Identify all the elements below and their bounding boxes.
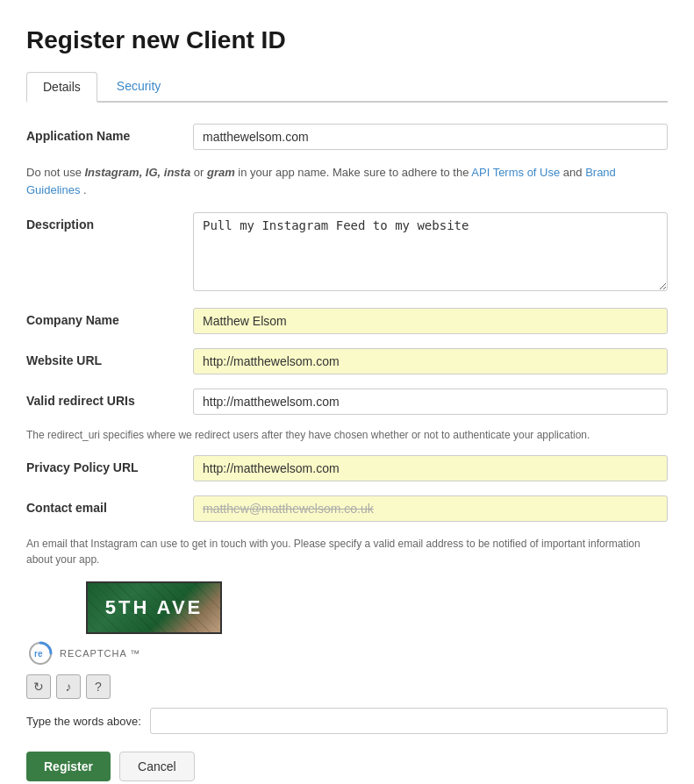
company-name-label: Company Name bbox=[26, 308, 193, 327]
captcha-input-row: Type the words above: bbox=[26, 708, 668, 734]
privacy-policy-row: Privacy Policy URL http://matthewelsom.c… bbox=[26, 455, 668, 481]
company-name-field: Matthew Elsom bbox=[193, 308, 668, 334]
cancel-button[interactable]: Cancel bbox=[119, 752, 195, 781]
api-terms-link[interactable]: API Terms of Use bbox=[471, 166, 560, 179]
website-url-input[interactable]: http://matthewelsom.com bbox=[193, 348, 668, 374]
page-title: Register new Client ID bbox=[26, 26, 668, 54]
hint-bold-gram: gram bbox=[207, 166, 235, 179]
application-name-row: Application Name matthewelsom.com bbox=[26, 124, 668, 150]
website-url-row: Website URL http://matthewelsom.com bbox=[26, 348, 668, 374]
description-textarea[interactable]: Pull my Instagram Feed to my website bbox=[193, 212, 668, 291]
company-name-input[interactable]: Matthew Elsom bbox=[193, 308, 668, 334]
captcha-refresh-button[interactable]: ↻ bbox=[26, 674, 51, 699]
redirect-uri-row: Valid redirect URIs http://matthewelsom.… bbox=[26, 388, 668, 415]
captcha-image: 5TH AVE bbox=[86, 581, 222, 634]
contact-email-label: Contact email bbox=[26, 495, 193, 515]
hint-bold-terms: Instagram, IG, insta bbox=[85, 166, 191, 179]
register-button[interactable]: Register bbox=[26, 752, 111, 781]
redirect-hint-text: The redirect_uri specifies where we redi… bbox=[26, 429, 668, 441]
tabs-container: Details Security bbox=[26, 72, 668, 103]
tab-security[interactable]: Security bbox=[101, 72, 177, 101]
captcha-input-label: Type the words above: bbox=[26, 715, 141, 728]
recaptcha-brand-text: reCAPTCHA ™ bbox=[60, 648, 140, 659]
redirect-uri-field: http://matthewelsom.com bbox=[193, 388, 668, 415]
captcha-image-text: 5TH AVE bbox=[105, 596, 203, 619]
website-url-label: Website URL bbox=[26, 348, 193, 367]
contact-email-field bbox=[193, 495, 668, 522]
description-label: Description bbox=[26, 212, 193, 232]
recaptcha-logo-icon: re bbox=[26, 639, 54, 667]
captcha-controls: ↻ ♪ ? bbox=[26, 674, 668, 699]
contact-email-row: Contact email bbox=[26, 495, 668, 522]
form-buttons: Register Cancel bbox=[26, 752, 668, 781]
audio-icon: ♪ bbox=[66, 680, 72, 694]
website-url-field: http://matthewelsom.com bbox=[193, 348, 668, 374]
captcha-audio-button[interactable]: ♪ bbox=[56, 674, 81, 699]
recaptcha-svg: re bbox=[27, 640, 54, 666]
privacy-policy-field: http://matthewelsom.com bbox=[193, 455, 668, 481]
app-name-hint: Do not use Instagram, IG, insta or gram … bbox=[26, 164, 668, 198]
company-name-row: Company Name Matthew Elsom bbox=[26, 308, 668, 334]
help-icon: ? bbox=[95, 680, 102, 694]
refresh-icon: ↻ bbox=[33, 680, 44, 694]
application-name-label: Application Name bbox=[26, 124, 193, 143]
captcha-help-button[interactable]: ? bbox=[86, 674, 111, 699]
application-name-field: matthewelsom.com bbox=[193, 124, 668, 150]
captcha-section: 5TH AVE re reCAPTCHA ™ ↻ ♪ ? Type the wo… bbox=[26, 581, 668, 734]
application-name-input[interactable]: matthewelsom.com bbox=[193, 124, 668, 150]
captcha-input[interactable] bbox=[150, 708, 668, 734]
privacy-policy-label: Privacy Policy URL bbox=[26, 455, 193, 474]
privacy-policy-input[interactable]: http://matthewelsom.com bbox=[193, 455, 668, 481]
description-field: Pull my Instagram Feed to my website bbox=[193, 212, 668, 294]
redirect-uri-input[interactable]: http://matthewelsom.com bbox=[193, 388, 668, 415]
svg-text:re: re bbox=[34, 649, 43, 659]
email-hint-text: An email that Instagram can use to get i… bbox=[26, 536, 668, 567]
redirect-uri-label: Valid redirect URIs bbox=[26, 388, 193, 408]
tab-details[interactable]: Details bbox=[26, 72, 97, 103]
contact-email-input[interactable] bbox=[193, 495, 668, 522]
recaptcha-brand: re reCAPTCHA ™ bbox=[26, 639, 668, 667]
description-row: Description Pull my Instagram Feed to my… bbox=[26, 212, 668, 294]
